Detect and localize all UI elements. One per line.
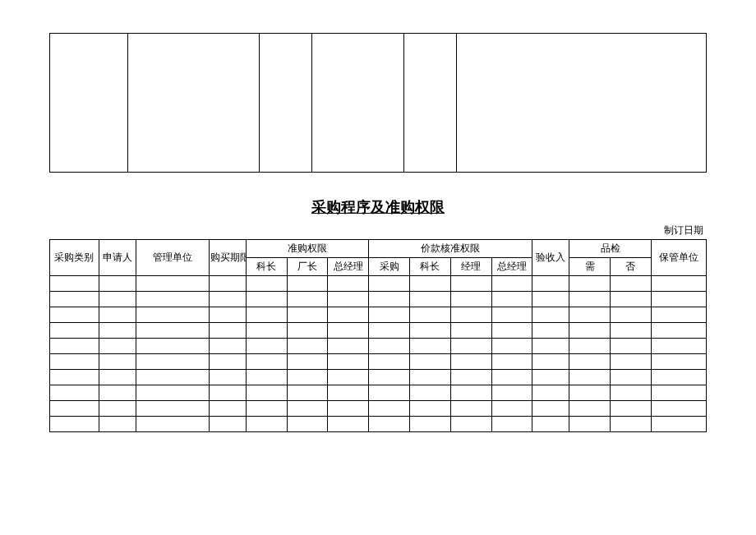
table-cell bbox=[50, 370, 99, 385]
table-cell bbox=[99, 323, 136, 339]
table-cell bbox=[50, 307, 99, 323]
table-cell bbox=[651, 323, 706, 339]
table-cell bbox=[50, 401, 99, 417]
top-cell bbox=[404, 33, 457, 173]
table-cell bbox=[410, 339, 451, 354]
table-row bbox=[50, 307, 707, 323]
table-cell bbox=[369, 323, 410, 339]
table-cell bbox=[410, 385, 451, 401]
table-cell bbox=[369, 276, 410, 292]
table-cell bbox=[532, 307, 569, 323]
table-cell bbox=[610, 292, 651, 307]
th-qc-group: 品检 bbox=[569, 240, 652, 258]
table-cell bbox=[246, 323, 287, 339]
top-cell bbox=[312, 33, 404, 173]
th-approval-group: 准购权限 bbox=[246, 240, 368, 258]
table-row bbox=[50, 323, 707, 339]
table-cell bbox=[210, 307, 247, 323]
table-cell bbox=[210, 417, 247, 432]
table-cell bbox=[369, 385, 410, 401]
table-cell bbox=[450, 276, 491, 292]
table-cell bbox=[532, 385, 569, 401]
table-cell bbox=[610, 417, 651, 432]
table-cell bbox=[610, 323, 651, 339]
table-cell bbox=[410, 370, 451, 385]
table-cell bbox=[136, 401, 209, 417]
table-cell bbox=[450, 354, 491, 370]
table-row bbox=[50, 276, 707, 292]
th-approval-factory: 厂长 bbox=[287, 258, 328, 276]
table-cell bbox=[410, 307, 451, 323]
table-cell bbox=[410, 354, 451, 370]
top-cell bbox=[49, 33, 128, 173]
table-cell bbox=[491, 370, 532, 385]
table-cell bbox=[50, 417, 99, 432]
table-cell bbox=[532, 276, 569, 292]
th-custody: 保管单位 bbox=[651, 240, 706, 276]
table-cell bbox=[136, 354, 209, 370]
table-cell bbox=[610, 276, 651, 292]
table-cell bbox=[50, 354, 99, 370]
th-approval-section: 科长 bbox=[246, 258, 287, 276]
table-cell bbox=[569, 307, 611, 323]
table-cell bbox=[610, 385, 651, 401]
table-cell bbox=[246, 401, 287, 417]
table-cell bbox=[99, 276, 136, 292]
table-cell bbox=[246, 292, 287, 307]
table-cell bbox=[246, 276, 287, 292]
table-cell bbox=[610, 354, 651, 370]
th-category: 采购类别 bbox=[50, 240, 99, 276]
table-cell bbox=[651, 292, 706, 307]
table-cell bbox=[651, 307, 706, 323]
top-empty-grid bbox=[49, 33, 707, 173]
table-cell bbox=[99, 401, 136, 417]
table-cell bbox=[210, 292, 247, 307]
th-price-gm: 总经理 bbox=[491, 258, 532, 276]
table-row bbox=[50, 354, 707, 370]
table-cell bbox=[50, 276, 99, 292]
table-cell bbox=[246, 307, 287, 323]
table-row bbox=[50, 339, 707, 354]
table-cell bbox=[328, 323, 369, 339]
table-row bbox=[50, 292, 707, 307]
table-cell bbox=[328, 385, 369, 401]
table-cell bbox=[246, 339, 287, 354]
table-cell bbox=[450, 339, 491, 354]
top-cell bbox=[260, 33, 312, 173]
table-cell bbox=[532, 417, 569, 432]
table-cell bbox=[99, 339, 136, 354]
th-price-manager: 经理 bbox=[450, 258, 491, 276]
table-cell bbox=[532, 323, 569, 339]
table-cell bbox=[491, 307, 532, 323]
table-cell bbox=[491, 276, 532, 292]
table-cell bbox=[532, 354, 569, 370]
table-cell bbox=[328, 276, 369, 292]
th-price-group: 价款核准权限 bbox=[369, 240, 532, 258]
table-cell bbox=[287, 323, 328, 339]
table-cell bbox=[287, 307, 328, 323]
table-cell bbox=[328, 292, 369, 307]
table-cell bbox=[491, 323, 532, 339]
table-cell bbox=[328, 417, 369, 432]
table-cell bbox=[569, 323, 611, 339]
table-cell bbox=[491, 292, 532, 307]
table-cell bbox=[651, 417, 706, 432]
table-cell bbox=[246, 417, 287, 432]
table-cell bbox=[450, 385, 491, 401]
table-cell bbox=[450, 292, 491, 307]
table-cell bbox=[136, 339, 209, 354]
table-cell bbox=[246, 385, 287, 401]
table-cell bbox=[450, 307, 491, 323]
table-cell bbox=[410, 401, 451, 417]
table-cell bbox=[246, 370, 287, 385]
table-body bbox=[50, 276, 707, 432]
table-cell bbox=[287, 417, 328, 432]
table-cell bbox=[369, 292, 410, 307]
table-cell bbox=[210, 276, 247, 292]
top-cell bbox=[457, 33, 707, 173]
table-cell bbox=[610, 401, 651, 417]
table-row bbox=[50, 401, 707, 417]
th-price-section: 科长 bbox=[410, 258, 451, 276]
table-cell bbox=[369, 417, 410, 432]
table-cell bbox=[287, 401, 328, 417]
